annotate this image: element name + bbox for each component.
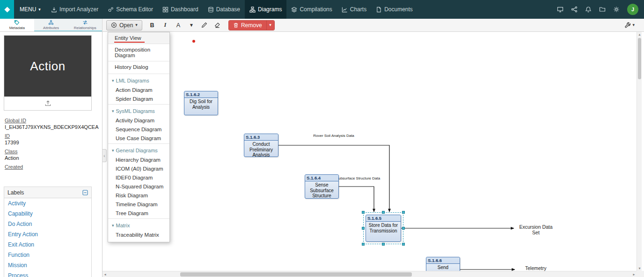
scroll-right-button[interactable]: ▸: [631, 271, 637, 277]
nav-item-dashboard[interactable]: Dashboard: [158, 0, 203, 19]
menu-item-hierarchy-diagram[interactable]: Hierarchy Diagram: [108, 155, 169, 164]
menu-item-traceability-matrix[interactable]: Traceability Matrix: [108, 230, 169, 239]
selection-frame[interactable]: [363, 212, 403, 244]
settings-gear-icon[interactable]: [609, 0, 623, 19]
menu-item-idef0-diagram[interactable]: IDEF0 Diagram: [108, 173, 169, 182]
label-link-process[interactable]: Process: [4, 270, 91, 277]
user-avatar[interactable]: J: [627, 4, 638, 15]
nav-item-diagrams[interactable]: Diagrams: [245, 0, 286, 19]
menu-item-activity-diagram[interactable]: Activity Diagram: [108, 116, 169, 125]
label-link-do-action[interactable]: Do Action: [4, 219, 91, 229]
menu-item-icom-a0-diagram[interactable]: ICOM (A0) Diagram: [108, 164, 169, 173]
labels-panel: Labels Activity Capability Do Action Ent…: [4, 187, 92, 277]
bold-button[interactable]: B: [146, 20, 158, 30]
menu-dropdown-button[interactable]: MENU ▾: [14, 0, 46, 19]
menu-item-sequence-diagram[interactable]: Sequence Diagram: [108, 125, 169, 134]
menu-item-timeline-diagram[interactable]: Timeline Diagram: [108, 200, 169, 209]
remove-dropdown-button[interactable]: ▾: [266, 21, 274, 30]
diagram-box-number: S.1.6.4: [305, 175, 338, 181]
diagram-box-s163[interactable]: S.1.6.3 Conduct Preliminary Analysis: [244, 134, 278, 157]
menu-item-history-dialog[interactable]: History Dialog: [108, 61, 169, 73]
vertical-scrollbar-thumb[interactable]: [638, 38, 641, 79]
menu-group-lml-diagrams[interactable]: ▾ LML Diagrams: [108, 74, 169, 85]
edge-label-excursion[interactable]: Excursion Data Set: [516, 224, 556, 235]
diagram-box-s162[interactable]: S.1.6.2 Dig Soil for Analysis: [184, 91, 218, 115]
menu-item-action-diagram[interactable]: Action Diagram: [108, 85, 169, 94]
italic-button[interactable]: I: [159, 20, 171, 30]
menu-item-entity-view[interactable]: Entity View: [108, 32, 169, 44]
scroll-up-button[interactable]: ▴: [637, 32, 642, 37]
annotation-red-dot: [192, 40, 195, 43]
diagram-box-name: Send Telemetry: [426, 264, 460, 271]
share-icon[interactable]: [567, 0, 581, 19]
label-link-exit-action[interactable]: Exit Action: [4, 240, 91, 250]
edge-label-subsurface[interactable]: Subsurface Structure Data: [336, 176, 380, 180]
menu-item-decomposition-diagram[interactable]: Decomposition Diagram: [108, 44, 169, 61]
menu-group-general-diagrams[interactable]: ▾ General Diagrams: [108, 143, 169, 155]
selection-handle[interactable]: [382, 243, 385, 246]
diagram-box-number: S.1.6.2: [184, 91, 218, 98]
scroll-left-button[interactable]: ◂: [102, 271, 108, 277]
vertical-scrollbar[interactable]: ▴ ▾: [637, 32, 642, 271]
group-collapse-icon: ▾: [112, 224, 114, 228]
label-link-entry-action[interactable]: Entry Action: [4, 229, 91, 240]
projects-folder-icon[interactable]: [595, 0, 609, 19]
innoslate-logo-icon[interactable]: [0, 0, 14, 19]
menu-item-spider-diagram[interactable]: Spider Diagram: [108, 94, 169, 103]
chevron-down-icon: ▾: [632, 23, 635, 27]
open-button[interactable]: Open ▾: [106, 20, 142, 30]
labels-panel-header: Labels: [4, 187, 91, 198]
selection-handle[interactable]: [402, 211, 405, 214]
menu-item-tree-diagram[interactable]: Tree Diagram: [108, 209, 169, 217]
selection-handle[interactable]: [382, 211, 385, 214]
group-collapse-icon: ▾: [112, 109, 114, 113]
field-value-id: 17399: [5, 140, 98, 145]
diagram-box-s166[interactable]: S.1.6.6 Send Telemetry: [426, 257, 460, 271]
scroll-down-button[interactable]: ▾: [637, 266, 642, 271]
nav-item-schema-editor[interactable]: Schema Editor: [103, 0, 158, 19]
edge-label-rover[interactable]: Rover Soil Analysis Data: [313, 134, 354, 138]
diagram-box-s164[interactable]: S.1.6.4 Sense Subsurface Structure: [305, 174, 339, 199]
eraser-icon: [214, 22, 220, 28]
sidebar-collapse-handle[interactable]: ‹: [102, 149, 107, 162]
draw-button[interactable]: [198, 20, 211, 30]
menu-group-sysml-diagrams[interactable]: ▾ SysML Diagrams: [108, 104, 169, 116]
nav-item-import-analyzer[interactable]: Import Analyzer: [46, 0, 103, 19]
nav-item-database[interactable]: Database: [203, 0, 245, 19]
menu-group-matrix[interactable]: ▾ Matrix: [108, 218, 169, 230]
diagram-settings-button[interactable]: ▾: [622, 20, 637, 30]
nav-item-charts[interactable]: Charts: [337, 0, 371, 19]
font-color-button[interactable]: A: [172, 20, 184, 30]
menu-item-use-case-diagram[interactable]: Use Case Diagram: [108, 134, 169, 142]
selection-handle[interactable]: [402, 243, 405, 246]
diagram-toolbar: Open ▾ B I A ▼ Remove ▾ ▾: [102, 19, 644, 31]
edge-label-telemetry[interactable]: Telemetry: [525, 265, 547, 271]
selection-handle[interactable]: [362, 211, 365, 214]
shape-color-button[interactable]: ▼: [185, 20, 198, 30]
remove-button[interactable]: Remove: [229, 21, 266, 30]
selection-handle[interactable]: [362, 243, 365, 246]
label-link-function[interactable]: Function: [4, 250, 91, 260]
tab-metadata[interactable]: Metadata: [0, 19, 34, 31]
collapse-minus-icon[interactable]: [82, 190, 88, 195]
label-link-mission[interactable]: Mission: [4, 260, 91, 270]
horizontal-scrollbar[interactable]: ◂ ▸: [102, 271, 637, 277]
label-link-capability[interactable]: Capability: [4, 209, 91, 219]
horizontal-scrollbar-thumb[interactable]: [180, 272, 412, 277]
tab-relationships[interactable]: Relationships: [68, 19, 102, 31]
selection-handle[interactable]: [402, 227, 405, 230]
menu-item-n-squared-diagram[interactable]: N-Squared Diagram: [108, 182, 169, 191]
upload-image-button[interactable]: [4, 97, 91, 110]
remove-split-button[interactable]: Remove ▾: [228, 20, 275, 30]
tab-attributes[interactable]: Attributes: [34, 19, 68, 31]
selection-handle[interactable]: [362, 227, 365, 230]
label-link-activity[interactable]: Activity: [4, 198, 91, 209]
database-icon: [208, 7, 214, 13]
notifications-bell-icon[interactable]: [581, 0, 595, 19]
clear-format-button[interactable]: [212, 20, 224, 30]
menu-item-risk-diagram[interactable]: Risk Diagram: [108, 191, 169, 200]
nav-item-documents[interactable]: Documents: [371, 0, 417, 19]
nav-item-compilations[interactable]: Compilations: [286, 0, 337, 19]
diagram-canvas[interactable]: Rover Soil Analysis Data Subsurface Stru…: [102, 32, 637, 271]
monitor-icon[interactable]: [553, 0, 567, 19]
